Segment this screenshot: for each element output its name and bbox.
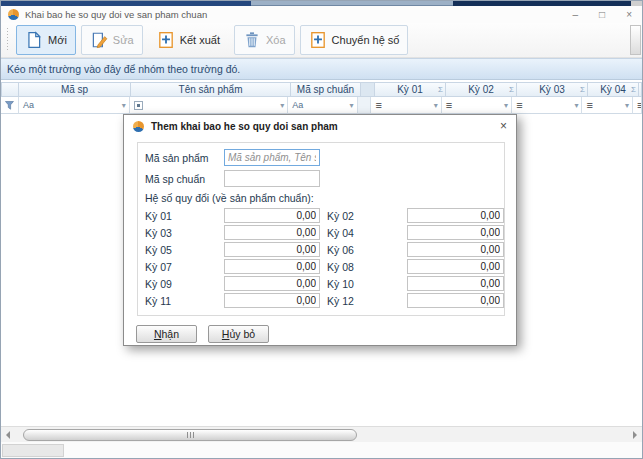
convert-factor-button-label: Chuyển hệ số [332, 34, 400, 46]
dialog-them-khai-bao: Them khai bao he so quy doi san pham × M… [123, 114, 517, 346]
filter-cell-ma-sp[interactable]: Aa ▾ [19, 97, 130, 114]
column-header-ky-04[interactable]: Kỳ 04 Σ [588, 82, 639, 97]
column-header-ma-sp-chuan[interactable]: Mã sp chuẩn [291, 82, 361, 97]
ky-02-label: Kỳ 02 [327, 210, 354, 222]
maximize-button[interactable]: □ [599, 10, 605, 20]
ky-01-input[interactable] [224, 208, 320, 223]
column-label: Tên sản phẩm [179, 84, 243, 95]
sigma-icon[interactable]: Σ [438, 85, 443, 94]
delete-button-label: Xóa [266, 34, 286, 46]
new-button[interactable]: Mới [16, 25, 76, 55]
column-header-ky-01[interactable]: Kỳ 01 Σ [375, 82, 446, 97]
chevron-down-icon[interactable]: ▾ [625, 102, 629, 110]
accept-button-label: Nhận [154, 328, 179, 340]
equals-icon[interactable]: ≡ [586, 100, 592, 111]
ky-03-input[interactable] [224, 225, 320, 240]
group-by-hint: Kéo một trường vào đây để nhóm theo trườ… [7, 63, 240, 75]
scroll-thumb-grip [187, 432, 188, 438]
chevron-down-icon[interactable]: ▾ [434, 102, 438, 110]
ky-12-input[interactable] [407, 293, 504, 308]
toolbar-grip[interactable] [6, 28, 9, 52]
column-label: Kỳ 04 [600, 84, 626, 95]
filter-cell-ky-03[interactable]: ≡ ▾ [512, 97, 582, 114]
sigma-icon[interactable]: Σ [631, 85, 636, 94]
convert-factor-button[interactable]: Chuyển hệ số [300, 25, 409, 55]
ky-08-label: Kỳ 08 [327, 261, 354, 273]
ky-06-label: Kỳ 06 [327, 244, 354, 256]
match-case-icon[interactable]: Aa [292, 100, 303, 110]
scroll-thumb[interactable] [23, 429, 357, 441]
minimize-button[interactable]: – [573, 10, 579, 20]
filter-cell-ky-04[interactable]: ≡ ▾ [582, 97, 633, 114]
row-indicator-header [1, 82, 19, 97]
window-controls: – □ × [573, 6, 632, 23]
dialog-close-button[interactable]: × [500, 120, 507, 132]
filter-condition-icon[interactable] [134, 101, 143, 110]
grid-filter-row: Aa ▾ ▾ Aa ▾ ≡ ▾ ≡ ▾ ≡ ▾ ≡ ▾ ≡ [1, 97, 642, 114]
filter-cell-ky-02[interactable]: ≡ ▾ [442, 97, 512, 114]
chevron-down-icon[interactable]: ▾ [574, 102, 578, 110]
dialog-title: Them khai bao he so quy doi san pham [151, 121, 338, 132]
ky-08-input[interactable] [407, 259, 504, 274]
edit-button-label: Sửa [113, 34, 134, 46]
cancel-button-label: Hủy bỏ [222, 328, 255, 340]
ky-11-input[interactable] [224, 293, 320, 308]
ma-san-pham-label: Mã sản phẩm [145, 152, 209, 164]
column-header-ten-san-pham[interactable]: Tên sản phẩm [131, 82, 291, 97]
ky-02-input[interactable] [407, 208, 504, 223]
filter-cell-ma-sp-chuan[interactable]: Aa ▾ [288, 97, 357, 114]
column-label: Kỳ 01 [397, 84, 423, 95]
delete-button[interactable]: Xóa [234, 25, 295, 55]
column-header-ky-03[interactable]: Kỳ 03 Σ [517, 82, 588, 97]
fixed-column-separator [361, 82, 375, 97]
accept-button[interactable]: Nhận [136, 325, 197, 343]
ma-sp-chuan-input[interactable] [224, 170, 320, 187]
ky-07-input[interactable] [224, 259, 320, 274]
chevron-down-icon[interactable]: ▾ [350, 102, 354, 110]
ky-06-input[interactable] [407, 242, 504, 257]
ma-san-pham-input[interactable] [224, 149, 320, 166]
close-button[interactable]: × [626, 10, 632, 20]
scroll-left-arrow[interactable] [6, 431, 10, 439]
trash-icon [243, 31, 261, 49]
equals-icon[interactable]: ≡ [516, 100, 522, 111]
chevron-down-icon[interactable]: ▾ [504, 102, 508, 110]
ky-09-input[interactable] [224, 276, 320, 291]
equals-icon: ≡ [637, 100, 642, 111]
match-case-icon[interactable]: Aa [23, 100, 34, 110]
chevron-down-icon[interactable]: ▾ [122, 102, 126, 110]
sigma-icon[interactable]: Σ [509, 85, 514, 94]
column-label: Mã sp chuẩn [297, 84, 354, 95]
filter-indicator-cell[interactable] [1, 97, 19, 114]
ky-04-label: Kỳ 04 [327, 227, 354, 239]
scroll-thumb-grip [190, 432, 191, 438]
titlebar: Khai bao he so quy doi ve san pham chuan… [1, 6, 642, 23]
equals-icon[interactable]: ≡ [375, 100, 381, 111]
group-by-panel[interactable]: Kéo một trường vào đây để nhóm theo trườ… [1, 58, 642, 80]
equals-icon[interactable]: ≡ [446, 100, 452, 111]
ky-10-label: Kỳ 10 [327, 278, 354, 290]
ky-03-label: Kỳ 03 [145, 227, 172, 239]
scroll-right-arrow[interactable] [633, 431, 637, 439]
edit-button[interactable]: Sửa [81, 25, 143, 55]
horizontal-scrollbar[interactable] [1, 426, 642, 442]
filter-cell-ky-01[interactable]: ≡ ▾ [371, 97, 441, 114]
export-icon [157, 31, 175, 49]
toolbar-overflow-button[interactable] [630, 25, 641, 55]
ky-10-input[interactable] [407, 276, 504, 291]
edit-icon [90, 31, 108, 49]
cancel-button[interactable]: Hủy bỏ [208, 325, 269, 343]
app-icon [133, 121, 144, 132]
ky-05-input[interactable] [224, 242, 320, 257]
column-label: Kỳ 03 [539, 84, 565, 95]
new-button-label: Mới [48, 34, 67, 46]
chevron-down-icon[interactable]: ▾ [280, 102, 284, 110]
column-header-ky-02[interactable]: Kỳ 02 Σ [446, 82, 517, 97]
status-bar [1, 442, 642, 458]
sigma-icon[interactable]: Σ [580, 85, 585, 94]
filter-cell-ten-san-pham[interactable]: ▾ [130, 97, 288, 114]
column-header-ma-sp[interactable]: Mã sp [19, 82, 131, 97]
ky-04-input[interactable] [407, 225, 504, 240]
ky-12-label: Kỳ 12 [327, 295, 354, 307]
export-button[interactable]: Kết xuất [148, 25, 229, 55]
